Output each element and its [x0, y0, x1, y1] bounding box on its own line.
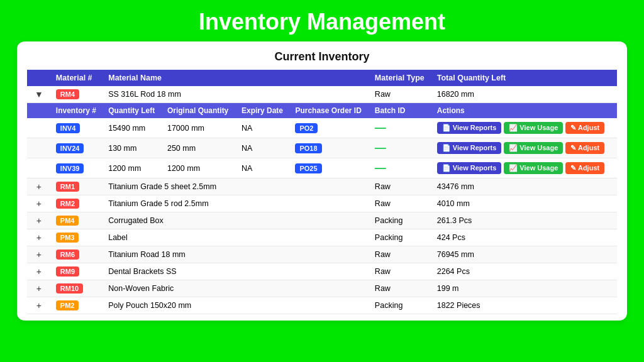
main-header-row: Material # Material Name Material Type T… — [27, 70, 617, 86]
material-num-header: Material # — [51, 70, 103, 86]
table-row: ▼RM4SS 316L Rod 18 mmRaw16820 mm — [27, 86, 617, 103]
material-name-cell: Dental Brackets SS — [103, 263, 370, 280]
material-name-cell: Non-Woven Fabric — [103, 280, 370, 297]
material-id-badge: RM2 — [56, 199, 79, 209]
expand-button[interactable]: + — [34, 216, 44, 226]
table-row: +RM10Non-Woven FabricRaw199 m — [27, 280, 617, 297]
adjust-button[interactable]: ✎ Adjust — [565, 122, 604, 134]
adjust-button[interactable]: ✎ Adjust — [565, 142, 604, 154]
expand-button[interactable]: + — [34, 283, 44, 293]
total-qty-cell: 199 m — [432, 280, 617, 297]
actions-cell: 📄 View Reports📈 View Usage✎ Adjust — [432, 138, 617, 158]
sub-expand-cell — [27, 118, 51, 138]
qty-left-cell: 15490 mm — [103, 118, 162, 138]
sub-table-row: INV415490 mm17000 mmNAPO2—📄 View Reports… — [27, 118, 617, 138]
po-id-badge: PO25 — [295, 163, 321, 173]
total-qty-cell: 2264 Pcs — [432, 263, 617, 280]
expand-button[interactable]: + — [34, 250, 44, 260]
sub-header-cell: Quantity Left — [103, 103, 162, 119]
orig-qty-cell: 250 mm — [162, 138, 236, 158]
expand-button[interactable]: + — [34, 266, 44, 277]
expand-button[interactable]: + — [34, 300, 44, 310]
po-id-badge: PO2 — [295, 123, 318, 133]
material-id-badge: RM9 — [56, 266, 79, 277]
card-title: Current Inventory — [27, 50, 617, 63]
material-type-cell: Raw — [370, 246, 432, 263]
material-type-cell: Packing — [370, 212, 432, 229]
expand-col-header — [27, 70, 51, 86]
table-row: +RM6Titanium Road 18 mmRaw76945 mm — [27, 246, 617, 263]
material-type-header: Material Type — [370, 70, 432, 86]
total-qty-cell: 4010 mm — [432, 195, 617, 212]
adjust-button[interactable]: ✎ Adjust — [565, 162, 604, 174]
page-title: Inventory Management — [0, 0, 644, 41]
material-name-cell: Titanium Grade 5 rod 2.5mm — [103, 195, 370, 212]
material-name-cell: Titanium Grade 5 sheet 2.5mm — [103, 178, 370, 195]
material-type-cell: Raw — [370, 263, 432, 280]
material-type-cell: Raw — [370, 195, 432, 212]
sub-table-row: INV391200 mm1200 mmNAPO25—📄 View Reports… — [27, 158, 617, 178]
sub-header-cell: Inventory # — [51, 103, 103, 119]
actions-cell: 📄 View Reports📈 View Usage✎ Adjust — [432, 158, 617, 178]
sub-expand-cell — [27, 158, 51, 178]
sub-header-cell: Actions — [432, 103, 617, 119]
material-type-cell: Packing — [370, 229, 432, 246]
total-qty-cell: 261.3 Pcs — [432, 212, 617, 229]
material-type-cell: Raw — [370, 280, 432, 297]
table-row: +RM1Titanium Grade 5 sheet 2.5mmRaw43476… — [27, 178, 617, 195]
orig-qty-cell: 1200 mm — [162, 158, 236, 178]
material-name-cell: Corrugated Box — [103, 212, 370, 229]
material-type-cell: Packing — [370, 297, 432, 314]
total-qty-cell: 76945 mm — [432, 246, 617, 263]
material-id-badge: PM4 — [56, 216, 79, 226]
material-id-badge: RM6 — [56, 250, 79, 260]
sub-table-row: INV24130 mm250 mmNAPO18—📄 View Reports📈 … — [27, 138, 617, 158]
inv-id-badge: INV39 — [56, 163, 84, 173]
actions-cell: 📄 View Reports📈 View Usage✎ Adjust — [432, 118, 617, 138]
qty-left-cell: 130 mm — [103, 138, 162, 158]
sub-header-row: Inventory #Quantity LeftOriginal Quantit… — [27, 103, 617, 119]
inv-id-badge: INV24 — [56, 143, 84, 153]
batch-id-cell: — — [370, 118, 432, 138]
po-id-badge: PO18 — [295, 143, 321, 153]
sub-header-cell: Original Quantity — [162, 103, 236, 119]
material-name-cell: SS 316L Rod 18 mm — [103, 86, 370, 103]
material-name-header: Material Name — [103, 70, 370, 86]
expiry-cell: NA — [236, 138, 290, 158]
view-reports-button[interactable]: 📄 View Reports — [437, 142, 502, 154]
expiry-cell: NA — [236, 158, 290, 178]
table-row: +PM4Corrugated BoxPacking261.3 Pcs — [27, 212, 617, 229]
expiry-cell: NA — [236, 118, 290, 138]
sub-header-cell: Purchase Order ID — [290, 103, 369, 119]
view-reports-button[interactable]: 📄 View Reports — [437, 122, 502, 134]
material-type-cell: Raw — [370, 178, 432, 195]
inventory-table: Material # Material Name Material Type T… — [27, 70, 617, 314]
material-id-badge: RM10 — [56, 283, 83, 293]
material-name-cell: Label — [103, 229, 370, 246]
total-qty-cell: 1822 Pieces — [432, 297, 617, 314]
view-reports-button[interactable]: 📄 View Reports — [437, 162, 502, 174]
view-usage-button[interactable]: 📈 View Usage — [504, 122, 563, 134]
expand-button[interactable]: + — [34, 233, 44, 243]
total-qty-cell: 424 Pcs — [432, 229, 617, 246]
sub-header-cell: Batch ID — [370, 103, 432, 119]
view-usage-button[interactable]: 📈 View Usage — [504, 162, 563, 174]
material-id-badge: PM2 — [56, 300, 79, 310]
qty-left-cell: 1200 mm — [103, 158, 162, 178]
orig-qty-cell: 17000 mm — [162, 118, 236, 138]
expand-button[interactable]: + — [34, 182, 44, 192]
total-qty-header: Total Quantity Left — [432, 70, 617, 86]
inventory-card: Current Inventory Material # Material Na… — [17, 41, 627, 321]
inv-id-badge: INV4 — [56, 123, 80, 133]
expand-button[interactable]: ▼ — [32, 89, 46, 99]
material-type-cell: Raw — [370, 86, 432, 103]
view-usage-button[interactable]: 📈 View Usage — [504, 142, 563, 154]
sub-expand-cell — [27, 138, 51, 158]
table-row: +RM9Dental Brackets SSRaw2264 Pcs — [27, 263, 617, 280]
expand-button[interactable]: + — [34, 199, 44, 209]
table-row: +PM2Poly Pouch 150x20 mmPacking1822 Piec… — [27, 297, 617, 314]
material-id-badge: RM4 — [56, 89, 79, 99]
sub-header-cell: Expiry Date — [236, 103, 290, 119]
material-name-cell: Titanium Road 18 mm — [103, 246, 370, 263]
table-row: +RM2Titanium Grade 5 rod 2.5mmRaw4010 mm — [27, 195, 617, 212]
